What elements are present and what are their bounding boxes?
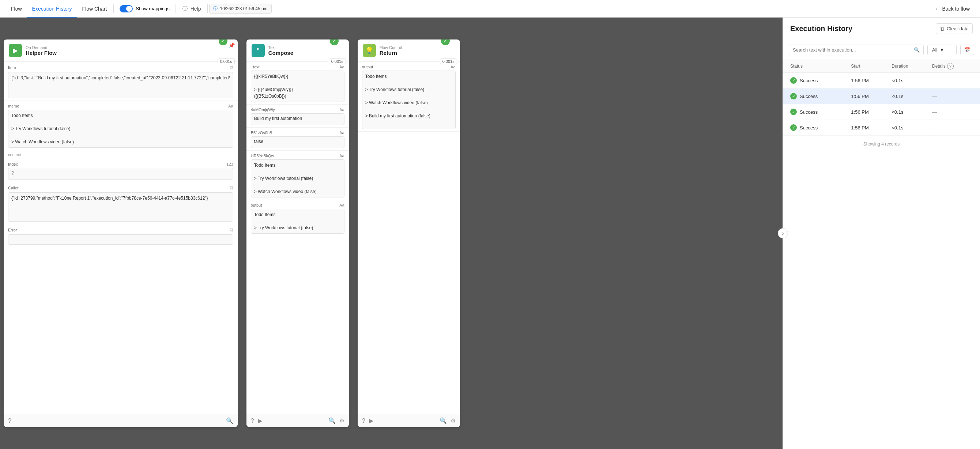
card2-output-field: output Aa Todo Items > Try Workflows tut… bbox=[247, 200, 349, 236]
start-cell-3: 1:56 PM bbox=[851, 109, 891, 115]
chevron-down-icon: ▼ bbox=[939, 47, 944, 53]
card1-memo-field: memo Aa Todo Items > Try Workflows tutor… bbox=[4, 101, 238, 150]
nav-show-mappings[interactable]: Show mappings bbox=[115, 5, 174, 13]
nav-help[interactable]: ⓘ Help bbox=[177, 0, 206, 18]
calendar-button[interactable]: 📅 bbox=[960, 45, 974, 55]
help-icon-footer3[interactable]: ? bbox=[362, 417, 365, 424]
context-label: context bbox=[4, 150, 238, 159]
card1-caller-field: Caller ⧉ {"id":273799,"method":"Fk10ne R… bbox=[4, 182, 238, 224]
output-aa: Aa bbox=[339, 203, 344, 207]
search-row: 🔍 All ▼ 📅 bbox=[783, 40, 980, 60]
nav-execution-history[interactable]: Execution History bbox=[27, 0, 77, 18]
card2-f3-field: klR5YeBkQw Aa Todo Items > Try Workflows… bbox=[247, 151, 349, 200]
text-aa: Aa bbox=[339, 65, 344, 69]
settings-icon-footer2[interactable]: ⚙ bbox=[339, 417, 344, 424]
nav-flow[interactable]: Flow bbox=[6, 0, 27, 18]
card3-output-aa: Aa bbox=[450, 65, 455, 69]
item-label: Item bbox=[8, 65, 16, 70]
status-cell-4: ✓ Success bbox=[790, 124, 851, 131]
caller-value: {"id":273799,"method":"Fk10ne Report 1",… bbox=[8, 192, 233, 221]
start-cell-1: 1:56 PM bbox=[851, 78, 891, 83]
card-helper-flow: ▶ On Demand Helper Flow ✓ 📌 0.001s Item … bbox=[4, 40, 238, 427]
nav-divider-2 bbox=[175, 5, 176, 13]
card3-subtitle: Flow Control bbox=[380, 45, 455, 50]
right-panel: › Execution History 🗑 Clear data 🔍 All ▼… bbox=[783, 18, 980, 449]
card3-header: 💡 Flow Control Return ✓ 0.001s bbox=[358, 40, 460, 62]
f1-aa: Aa bbox=[339, 108, 344, 112]
output-label: output bbox=[251, 203, 262, 207]
status-cell-1: ✓ Success bbox=[790, 77, 851, 84]
table-row[interactable]: ✓ Success 1:56 PM <0.1s — bbox=[783, 104, 980, 120]
nav-back-to-flow[interactable]: ← Back to flow bbox=[931, 6, 974, 12]
card3-icon: 💡 bbox=[363, 44, 376, 57]
memo-value: Todo Items > Try Workflows tutorial (fal… bbox=[8, 110, 233, 148]
start-cell-4: 1:56 PM bbox=[851, 125, 891, 131]
table-row[interactable]: ✓ Success 1:56 PM <0.1s — bbox=[783, 89, 980, 104]
search-icon-footer[interactable]: 🔍 bbox=[226, 417, 233, 424]
th-details: Details ? bbox=[932, 63, 973, 70]
success-dot-4: ✓ bbox=[790, 124, 797, 131]
search-icon-footer3[interactable]: 🔍 bbox=[439, 417, 447, 424]
copy-icon-3[interactable]: ⧉ bbox=[230, 227, 233, 233]
details-cell-4: — bbox=[932, 125, 973, 131]
index-value: 2 bbox=[8, 168, 233, 180]
copy-icon[interactable]: ⧉ bbox=[230, 65, 233, 70]
copy-icon-2[interactable]: ⧉ bbox=[230, 185, 233, 191]
help-icon-footer[interactable]: ? bbox=[8, 417, 11, 424]
toggle-switch[interactable] bbox=[119, 5, 133, 13]
nav-divider-3 bbox=[207, 5, 208, 13]
th-status: Status bbox=[790, 63, 851, 70]
card1-header: ▶ On Demand Helper Flow ✓ 📌 0.001s bbox=[4, 40, 238, 62]
card3-timing: 0.001s bbox=[440, 59, 457, 64]
search-icon-footer2[interactable]: 🔍 bbox=[328, 417, 336, 424]
card-flow-return: 💡 Flow Control Return ✓ 0.001s output Aa… bbox=[358, 40, 460, 427]
card2-title-area: Text Compose bbox=[269, 45, 344, 56]
card2-icon: " bbox=[251, 44, 265, 57]
th-start: Start bbox=[851, 63, 891, 70]
filter-dropdown[interactable]: All ▼ bbox=[928, 45, 956, 55]
table-row[interactable]: ✓ Success 1:56 PM <0.1s — bbox=[783, 120, 980, 135]
f2-value: false bbox=[251, 136, 344, 148]
table-row[interactable]: ✓ Success 1:56 PM <0.1s — bbox=[783, 73, 980, 89]
panel-actions: 🗑 Clear data bbox=[936, 23, 973, 34]
card1-error-field: Error ⧉ bbox=[4, 224, 238, 247]
trash-icon: 🗑 bbox=[940, 26, 945, 32]
nav-flow-chart[interactable]: Flow Chart bbox=[77, 0, 112, 18]
settings-icon-footer3[interactable]: ⚙ bbox=[450, 417, 456, 424]
card3-output-label: output bbox=[362, 65, 373, 69]
search-input[interactable] bbox=[793, 47, 911, 53]
card1-body: Item ⧉ {"id":3,"task":"Build my first au… bbox=[4, 62, 238, 414]
card3-success-badge: ✓ bbox=[441, 40, 450, 45]
table-header: Status Start Duration Details ? bbox=[783, 60, 980, 73]
card1-subtitle: On Demand bbox=[25, 45, 232, 50]
th-duration: Duration bbox=[891, 63, 932, 70]
pin-icon: 📌 bbox=[229, 42, 235, 48]
nav-divider-1 bbox=[113, 5, 114, 13]
clear-data-button[interactable]: 🗑 Clear data bbox=[936, 23, 973, 34]
card2-footer: ? ▶ 🔍 ⚙ bbox=[247, 414, 349, 427]
card1-title: Helper Flow bbox=[25, 50, 232, 56]
details-info-icon: ? bbox=[947, 63, 954, 70]
calendar-icon: 📅 bbox=[964, 47, 970, 53]
search-box[interactable]: 🔍 bbox=[789, 45, 924, 55]
memo-label: memo bbox=[8, 104, 19, 108]
play-icon-footer2[interactable]: ▶ bbox=[258, 417, 262, 424]
index-num: 123 bbox=[226, 162, 233, 166]
card2-header: " Text Compose ✓ 0.001s bbox=[247, 40, 349, 62]
panel-toggle-button[interactable]: › bbox=[778, 228, 788, 239]
card2-f2-field: B51zOs0bB Aa false bbox=[247, 127, 349, 151]
flow-area: ▶ On Demand Helper Flow ✓ 📌 0.001s Item … bbox=[0, 18, 783, 449]
f1-label: 4uMOmjqWiy bbox=[251, 108, 275, 112]
details-cell-3: — bbox=[932, 109, 973, 115]
details-cell-2: — bbox=[932, 94, 973, 99]
search-icon: 🔍 bbox=[914, 47, 920, 53]
f3-label: klR5YeBkQw bbox=[251, 154, 274, 158]
play-icon-footer3[interactable]: ▶ bbox=[369, 417, 373, 424]
card3-title: Return bbox=[380, 50, 455, 56]
card2-text-field: _text_ Aa {{{klR5YeBkQw}}} > {{{4uMOmjqW… bbox=[247, 62, 349, 105]
success-dot-1: ✓ bbox=[790, 77, 797, 84]
card2-timing: 0.001s bbox=[329, 59, 346, 64]
help-icon-footer2[interactable]: ? bbox=[251, 417, 254, 424]
card2-subtitle: Text bbox=[269, 45, 344, 50]
top-nav: Flow Execution History Flow Chart Show m… bbox=[0, 0, 980, 18]
